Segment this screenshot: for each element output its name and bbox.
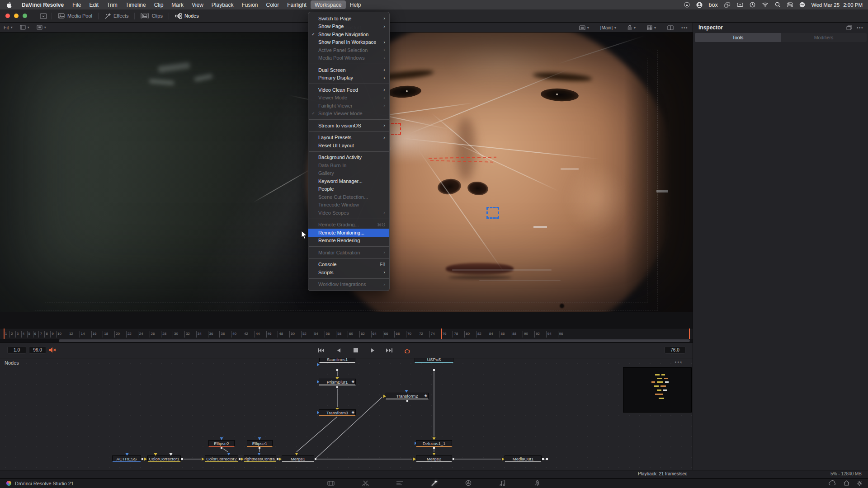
menu-item-background-activity[interactable]: Background Activity	[308, 154, 389, 162]
menubar-item-color[interactable]: Color	[262, 0, 283, 9]
node-transform3[interactable]: Transform3◈	[319, 409, 356, 416]
goto-end-button[interactable]	[383, 346, 395, 354]
node-brightnesscontra[interactable]: BrightnessContra...	[244, 455, 276, 462]
control-center-icon[interactable]	[787, 2, 793, 8]
node-actress[interactable]: ACTRESS	[112, 455, 141, 462]
page-button-color[interactable]	[462, 478, 474, 488]
menubar-item-fusion[interactable]: Fusion	[238, 0, 262, 9]
viewer-dual-icon[interactable]	[664, 25, 677, 30]
zoom-window-button[interactable]	[23, 14, 27, 18]
user-avatar-icon[interactable]	[696, 2, 703, 8]
viewer-buffer-select[interactable]: [Main]▾	[597, 25, 620, 30]
page-button-fairlight[interactable]	[497, 478, 509, 488]
wifi-icon[interactable]	[762, 2, 769, 7]
clock-status-icon[interactable]	[750, 2, 755, 8]
menubar-item-trim[interactable]: Trim	[103, 0, 122, 9]
menu-item-show-page-navigation[interactable]: ✓Show Page Navigation	[308, 30, 389, 38]
apple-menu-icon[interactable]	[0, 2, 17, 8]
node-colorcorrector2[interactable]: ColorCorrector2	[205, 455, 238, 462]
menubar-time[interactable]: 2:00 PM	[843, 2, 863, 8]
goto-start-button[interactable]	[315, 346, 326, 354]
node-transform2[interactable]: Transform2◈	[386, 393, 429, 399]
node-colorcorrector1[interactable]: ColorCorrector1	[147, 455, 181, 462]
menubar-date[interactable]: Wed Mar 25	[811, 2, 840, 8]
menu-item-video-clean-feed[interactable]: Video Clean Feed›	[308, 86, 389, 94]
minimize-window-button[interactable]	[14, 14, 19, 18]
loop-button[interactable]	[401, 346, 413, 354]
timeline-ruler[interactable]: 1234567891012141618202224262830323436384…	[0, 328, 693, 339]
viewer-split-select[interactable]: ▾	[16, 25, 33, 30]
menu-item-keyword-manager[interactable]: Keyword Manager...	[308, 177, 389, 185]
page-button-fusion[interactable]	[428, 478, 440, 488]
node-merge1[interactable]: Merge1	[282, 455, 314, 462]
node-editor-panel[interactable]: Scanlines1USPoSPrismBlur1◈Transform2◈Tra…	[0, 358, 693, 470]
menubar-item-fairlight[interactable]: Fairlight	[283, 0, 311, 9]
inspector-options-icon[interactable]: •••	[857, 25, 863, 30]
play-reverse-button[interactable]	[333, 346, 344, 354]
page-button-cut[interactable]	[359, 478, 371, 488]
node-merge2[interactable]: Merge2	[416, 455, 452, 462]
settings-gear-icon[interactable]	[857, 480, 863, 486]
menu-item-remote-monitoring[interactable]: Remote Monitoring...	[308, 229, 389, 237]
node-defocus1-1[interactable]: Defocus1_1	[416, 440, 452, 447]
menubar-item-clip[interactable]: Clip	[150, 0, 168, 9]
toolbar-button-nodes[interactable]: Nodes	[169, 9, 205, 23]
range-out-field[interactable]: 96.0	[29, 346, 46, 354]
stop-button[interactable]	[350, 346, 362, 354]
menubar-item-workspace[interactable]: Workspace	[311, 0, 346, 9]
toolbar-button-clips[interactable]: Clips	[135, 9, 168, 23]
menu-item-switch-to-page[interactable]: Switch to Page›	[308, 14, 389, 23]
tab-tools[interactable]: Tools	[695, 33, 781, 42]
spotlight-search-icon[interactable]	[775, 2, 781, 8]
render-range-end[interactable]	[689, 328, 690, 339]
viewer-zoom-select[interactable]: Fit▾	[0, 25, 16, 30]
menu-item-console[interactable]: ConsoleF8	[308, 261, 389, 269]
viewer-lock-select[interactable]: ▾	[624, 25, 639, 30]
render-range-start[interactable]	[4, 328, 5, 339]
mute-audio-button[interactable]	[49, 347, 57, 353]
timeline-scrollbar[interactable]	[0, 339, 693, 343]
node-prismblur1[interactable]: PrismBlur1◈	[319, 379, 356, 385]
menu-item-layout-presets[interactable]: Layout Presets›	[308, 134, 389, 142]
page-button-media[interactable]	[325, 478, 337, 488]
menu-item-show-page[interactable]: Show Page›	[308, 23, 389, 31]
node-thumbnail-toggle-icon[interactable]: ◈	[352, 411, 354, 414]
node-graph-minimap[interactable]	[623, 367, 692, 413]
menubar-item-help[interactable]: Help	[346, 0, 365, 9]
node-thumbnail-toggle-icon[interactable]: ◈	[352, 380, 354, 384]
status-dot-icon[interactable]	[684, 2, 690, 8]
current-frame-field[interactable]: 76.0	[665, 346, 685, 354]
keyboard-brightness-icon[interactable]	[737, 2, 743, 7]
menubar-item-file[interactable]: File	[68, 0, 85, 9]
menu-item-stream-to-visionos[interactable]: Stream to visionOS›	[308, 122, 389, 130]
home-icon[interactable]	[844, 480, 849, 486]
range-in-field[interactable]: 1.0	[7, 346, 26, 354]
node-thumbnail-toggle-icon[interactable]: ◈	[425, 394, 427, 398]
close-window-button[interactable]	[5, 14, 10, 18]
menubar-item-edit[interactable]: Edit	[85, 0, 103, 9]
viewer-options-icon[interactable]: •••	[681, 25, 688, 30]
node-mediaout1[interactable]: MediaOut1	[505, 455, 542, 462]
inspector-float-icon[interactable]	[846, 25, 852, 30]
menubar-item-timeline[interactable]: Timeline	[122, 0, 150, 9]
menu-item-people[interactable]: People	[308, 185, 389, 193]
toolbar-button-effects[interactable]: Effects	[99, 9, 134, 23]
nodes-panel-options-icon[interactable]: •••	[675, 359, 683, 365]
node-ellipse2[interactable]: Ellipse2	[208, 440, 235, 447]
menubar-app-name[interactable]: DaVinci Resolve	[17, 0, 68, 9]
viewer-channel-select[interactable]: ▾	[33, 25, 50, 30]
menu-item-show-panel-in-workspace[interactable]: Show Panel in Workspace›	[308, 38, 389, 47]
timeline-scrollbar-handle[interactable]	[59, 339, 690, 342]
menu-item-primary-display[interactable]: Primary Display›	[308, 74, 389, 82]
menubar-item-playback[interactable]: Playback	[208, 0, 238, 9]
menu-item-dual-screen[interactable]: Dual Screen›	[308, 66, 389, 74]
tab-modifiers[interactable]: Modifiers	[781, 33, 867, 42]
playhead[interactable]	[441, 328, 442, 339]
menubar-item-view[interactable]: View	[188, 0, 208, 9]
menu-item-reset-ui-layout[interactable]: Reset UI Layout	[308, 141, 389, 150]
menubar-item-mark[interactable]: Mark	[167, 0, 188, 9]
menu-item-remote-rendering[interactable]: Remote Rendering	[308, 237, 389, 245]
menu-item-scripts[interactable]: Scripts›	[308, 268, 389, 277]
viewer-grid-select[interactable]: ▾	[643, 25, 660, 30]
page-button-deliver[interactable]	[531, 478, 543, 488]
